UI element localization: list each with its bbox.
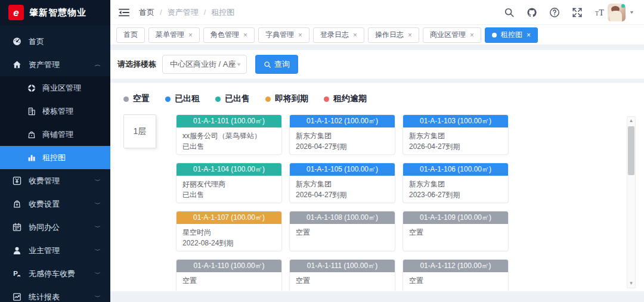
home-icon bbox=[12, 60, 22, 70]
unit-card-01-A-1-104[interactable]: 01-A-1-104 (100.00㎡)好丽友代理商已出售 bbox=[176, 163, 282, 203]
legend-label: 空置 bbox=[133, 94, 150, 104]
breadcrumb-item[interactable]: 资产管理 bbox=[168, 7, 199, 18]
sidebar-item-收费设置[interactable]: 收费设置﹀ bbox=[0, 192, 110, 216]
breadcrumb: 首页/资产管理/租控图 bbox=[139, 7, 234, 18]
github-icon[interactable] bbox=[527, 7, 537, 18]
close-icon[interactable]: × bbox=[188, 32, 193, 39]
tab-label: 首页 bbox=[123, 30, 138, 40]
avatar[interactable] bbox=[608, 4, 626, 21]
legend-item-空置: 空置 bbox=[123, 94, 150, 104]
user-menu[interactable]: ▼ bbox=[608, 4, 634, 21]
unit-status-text: 已出售 bbox=[182, 190, 275, 200]
sidebar-item-租控图[interactable]: 租控图 bbox=[0, 146, 110, 169]
unit-card-01-A-1-108[interactable]: 01-A-1-108 (100.00㎡)空置 bbox=[289, 211, 395, 251]
unit-card-body: 星空时尚2022-08-24到期 bbox=[177, 224, 281, 248]
unit-card-body: 好丽友代理商已出售 bbox=[177, 176, 281, 200]
tab-label: 登录日志 bbox=[320, 30, 349, 40]
legend-dot-icon bbox=[324, 96, 329, 102]
unit-tenant: 新东方集团 bbox=[409, 179, 502, 189]
scroll-up-icon[interactable]: ▲ bbox=[627, 117, 635, 125]
query-button[interactable]: 查询 bbox=[255, 55, 298, 74]
close-icon[interactable]: × bbox=[527, 32, 531, 39]
fullscreen-icon[interactable] bbox=[572, 7, 583, 18]
unit-card-title: 01-A-1-104 (100.00㎡) bbox=[177, 163, 281, 176]
sidebar-item-商业区管理[interactable]: 商业区管理 bbox=[0, 76, 110, 99]
chevron-down-icon: ﹀ bbox=[95, 224, 101, 231]
unit-card-01-A-1-109[interactable]: 01-A-1-109 (100.00㎡)空置 bbox=[402, 211, 509, 251]
logo-bar: e 肇新智慧物业 bbox=[0, 0, 110, 25]
unit-card-01-A-1-101[interactable]: 01-A-1-101 (100.00㎡)xx服务公司（菜鸟驿站）已出售 bbox=[176, 114, 282, 155]
help-icon[interactable] bbox=[549, 7, 560, 18]
sidebar-item-无感停车收费[interactable]: P无感停车收费﹀ bbox=[0, 262, 110, 285]
collapse-sidebar-icon[interactable] bbox=[119, 8, 129, 17]
unit-card-01-A-1-103[interactable]: 01-A-1-103 (100.00㎡)新东方集团2026-04-27到期 bbox=[402, 114, 509, 155]
unit-card-01-A-1-110[interactable]: 01-A-1-110 (100.00㎡)空置 bbox=[176, 259, 282, 291]
sidebar-item-label: 商铺管理 bbox=[42, 129, 73, 140]
breadcrumb-item[interactable]: 首页 bbox=[139, 7, 154, 18]
unit-card-title: 01-A-1-109 (100.00㎡) bbox=[403, 211, 508, 224]
shop-icon bbox=[27, 130, 36, 139]
font-size-icon[interactable]: TT bbox=[595, 7, 605, 18]
close-icon[interactable]: × bbox=[408, 32, 412, 39]
sidebar-item-统计报表[interactable]: 统计报表﹀ bbox=[0, 285, 110, 302]
search-icon bbox=[264, 61, 271, 69]
vertical-scrollbar[interactable]: ▲ ▼ bbox=[627, 116, 636, 288]
unit-card-01-A-1-102[interactable]: 01-A-1-102 (100.00㎡)新东方集团2026-04-27到期 bbox=[289, 114, 395, 155]
unit-tenant: 星空时尚 bbox=[182, 228, 275, 238]
unit-card-title: 01-A-1-106 (100.00㎡) bbox=[403, 163, 508, 176]
sidebar-item-资产管理[interactable]: 资产管理︿ bbox=[0, 53, 110, 76]
unit-status-text: 2026-04-27到期 bbox=[296, 142, 389, 152]
sidebar-item-楼栋管理[interactable]: 楼栋管理 bbox=[0, 99, 110, 123]
unit-card-01-A-1-107[interactable]: 01-A-1-107 (100.00㎡)星空时尚2022-08-24到期 bbox=[176, 211, 282, 251]
tab-label: 商业区管理 bbox=[430, 30, 466, 40]
unit-card-01-A-1-112[interactable]: 01-A-1-112 (100.00㎡)空置 bbox=[402, 259, 509, 291]
unit-card-body: 新东方集团2023-06-27到期 bbox=[403, 176, 508, 200]
sidebar-item-商铺管理[interactable]: 商铺管理 bbox=[0, 123, 110, 146]
sidebar-item-业主管理[interactable]: 业主管理﹀ bbox=[0, 239, 110, 262]
legend-dot-icon bbox=[265, 96, 271, 102]
search-icon[interactable] bbox=[504, 7, 515, 18]
tab-角色管理[interactable]: 角色管理× bbox=[203, 27, 255, 43]
units-board: 1层01-A-1-101 (100.00㎡)xx服务公司（菜鸟驿站）已出售01-… bbox=[123, 114, 618, 291]
topbar-actions: TT bbox=[504, 7, 605, 18]
tab-首页[interactable]: 首页 bbox=[116, 27, 145, 43]
sidebar: e 肇新智慧物业 首页资产管理︿商业区管理楼栋管理商铺管理租控图收费管理﹀收费设… bbox=[0, 0, 110, 302]
status-dot bbox=[621, 4, 625, 8]
tab-菜单管理[interactable]: 菜单管理× bbox=[148, 27, 200, 43]
unit-card-title: 01-A-1-110 (100.00㎡) bbox=[177, 260, 281, 272]
tab-租控图[interactable]: 租控图× bbox=[485, 27, 538, 43]
unit-tenant: 空置 bbox=[409, 228, 502, 238]
sidebar-item-label: 无感停车收费 bbox=[29, 269, 95, 279]
unit-card-body: 新东方集团2026-04-27到期 bbox=[403, 127, 508, 152]
tab-操作日志[interactable]: 操作日志× bbox=[368, 27, 419, 43]
sidebar-menu: 首页资产管理︿商业区管理楼栋管理商铺管理租控图收费管理﹀收费设置﹀协同办公﹀业主… bbox=[0, 25, 110, 302]
brand-logo-icon: e bbox=[8, 5, 24, 20]
tab-字典管理[interactable]: 字典管理× bbox=[258, 27, 309, 43]
sidebar-item-协同办公[interactable]: 协同办公﹀ bbox=[0, 216, 110, 239]
unit-card-01-A-1-106[interactable]: 01-A-1-106 (100.00㎡)新东方集团2023-06-27到期 bbox=[402, 163, 509, 203]
svg-text:T: T bbox=[595, 10, 599, 17]
unit-card-01-A-1-111[interactable]: 01-A-1-111 (100.00㎡)空置 bbox=[289, 259, 395, 291]
unit-card-body: 空置 bbox=[290, 224, 395, 238]
sidebar-item-收费管理[interactable]: 收费管理﹀ bbox=[0, 169, 110, 192]
scroll-down-icon[interactable]: ▼ bbox=[627, 279, 635, 288]
legend-label: 已出租 bbox=[175, 94, 200, 104]
sidebar-item-label: 租控图 bbox=[42, 152, 66, 163]
close-icon[interactable]: × bbox=[298, 32, 302, 39]
chevron-up-icon: ︿ bbox=[95, 61, 101, 68]
legend-item-已出租: 已出租 bbox=[165, 94, 200, 104]
tab-商业区管理[interactable]: 商业区管理× bbox=[423, 27, 481, 43]
close-icon[interactable]: × bbox=[470, 32, 474, 39]
breadcrumb-item[interactable]: 租控图 bbox=[211, 7, 234, 18]
svg-text:P: P bbox=[13, 270, 18, 277]
scrollbar-thumb[interactable] bbox=[628, 126, 634, 175]
sidebar-item-首页[interactable]: 首页 bbox=[0, 30, 110, 53]
tab-登录日志[interactable]: 登录日志× bbox=[313, 27, 364, 43]
user-icon bbox=[12, 245, 22, 256]
close-icon[interactable]: × bbox=[243, 32, 247, 39]
building-select[interactable]: 中心区商业街 / A座 ▼ bbox=[162, 55, 247, 74]
unit-tenant: 新东方集团 bbox=[409, 131, 502, 141]
legend-dot-icon bbox=[123, 96, 129, 102]
close-icon[interactable]: × bbox=[353, 32, 357, 39]
unit-card-01-A-1-105[interactable]: 01-A-1-105 (100.00㎡)新东方集团2026-04-27到期 bbox=[289, 163, 395, 203]
